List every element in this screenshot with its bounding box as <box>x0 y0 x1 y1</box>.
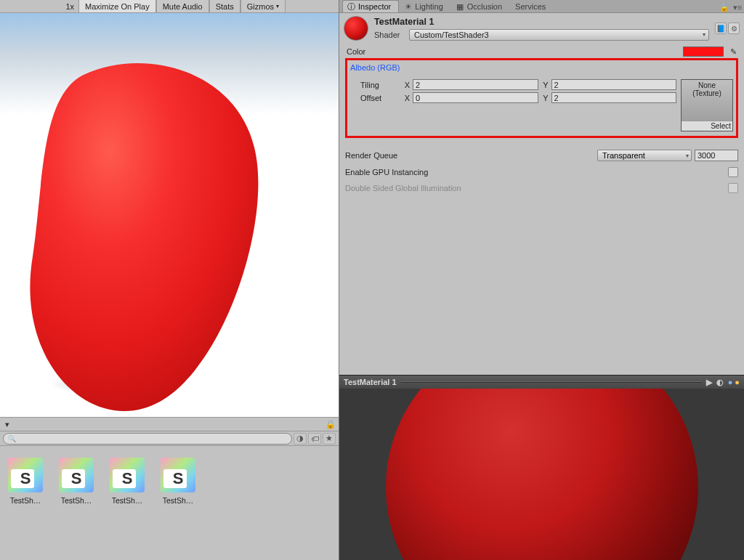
axis-x-label: X <box>403 94 410 102</box>
color-field[interactable] <box>683 46 724 57</box>
render-queue-label: Render Queue <box>345 151 505 160</box>
dsgi-checkbox <box>728 183 738 193</box>
search-icon: 🔍 <box>8 435 16 442</box>
project-toolbar: ▾ 🔒 <box>0 417 339 431</box>
tab-inspector-label: Inspector <box>358 2 391 11</box>
project-assets-grid: STestSh…STestSh…STestSh…STestSh… <box>0 446 339 560</box>
asset-label: TestSh… <box>57 496 96 505</box>
color-label: Color <box>347 47 679 56</box>
gear-icon[interactable]: ⚙ <box>728 23 740 34</box>
preview-shape-button[interactable]: ▶ <box>706 378 712 387</box>
asset-label: TestSh… <box>158 496 198 505</box>
shader-asset-icon: S <box>59 458 94 492</box>
preview-color-button[interactable]: ● <box>728 378 733 386</box>
project-search-input[interactable]: 🔍 <box>3 433 292 445</box>
favorite-filter-icon[interactable]: ★ <box>323 433 336 445</box>
tiling-x-input[interactable] <box>413 79 538 90</box>
tab-inspector[interactable]: ⓘ Inspector <box>342 0 399 12</box>
scene-toolbar: 1x Maximize On Play Mute Audio Stats Giz… <box>0 0 339 13</box>
filter-by-type-icon[interactable]: ◑ <box>294 433 307 445</box>
tiling-y-input[interactable] <box>551 79 677 90</box>
asset-item[interactable]: STestSh… <box>108 458 147 505</box>
preview-title: TestMaterial 1 <box>344 378 397 386</box>
tab-services[interactable]: Services <box>510 0 554 12</box>
axis-y-label: Y <box>541 94 549 102</box>
preview-header[interactable]: TestMaterial 1 ▶ ◐ ●● <box>339 376 744 389</box>
shader-label: Shader <box>374 31 406 39</box>
axis-x-label: X <box>403 81 410 89</box>
stats-button[interactable]: Stats <box>209 0 240 12</box>
material-name: TestMaterial 1 <box>374 17 709 27</box>
sun-icon: ☀ <box>404 3 412 11</box>
scene-mesh <box>22 53 272 413</box>
material-preview-pane: TestMaterial 1 ▶ ◐ ●● <box>339 375 744 560</box>
gpu-instancing-checkbox[interactable] <box>728 167 738 177</box>
tab-lighting[interactable]: ☀ Lighting <box>399 0 451 12</box>
axis-y-label: Y <box>541 81 549 89</box>
material-preview-swatch <box>344 16 368 41</box>
lock-icon[interactable]: 🔒 <box>326 420 336 429</box>
info-icon: ⓘ <box>347 3 355 11</box>
offset-x-input[interactable] <box>413 92 538 103</box>
preview-divider <box>401 381 702 383</box>
eyedropper-icon[interactable]: ✎ <box>728 46 738 57</box>
tab-occlusion-label: Occlusion <box>467 2 502 11</box>
preview-light-button[interactable]: ◐ <box>716 378 724 387</box>
gizmos-label: Gizmos <box>247 2 274 11</box>
texture-select-button[interactable]: Select <box>682 121 732 131</box>
asset-item[interactable]: STestSh… <box>158 458 198 505</box>
texture-none-label: None(Texture) <box>692 81 721 97</box>
dropdown-arrow-icon: ▾ <box>276 3 279 9</box>
albedo-texture-slot[interactable]: None(Texture) Select <box>681 79 733 131</box>
shader-asset-icon: S <box>161 458 195 492</box>
scene-view[interactable] <box>0 13 339 417</box>
albedo-section: Albedo (RGB) Tiling X Y Offset X Y <box>345 58 738 138</box>
offset-y-input[interactable] <box>551 92 677 103</box>
tab-context-menu-icon[interactable]: ▾≡ <box>731 3 744 12</box>
inspector-header: TestMaterial 1 Shader Custom/TestShader3… <box>339 13 744 44</box>
dropdown-indicator-icon[interactable]: ▾ <box>3 420 12 429</box>
filter-by-label-icon[interactable]: 🏷 <box>308 433 321 445</box>
cube-icon: ▦ <box>456 3 464 11</box>
tab-occlusion[interactable]: ▦ Occlusion <box>451 0 510 12</box>
asset-item[interactable]: STestSh… <box>6 458 45 505</box>
preview-viewport[interactable] <box>339 389 744 560</box>
gizmos-button[interactable]: Gizmos ▾ <box>240 0 286 12</box>
preview-color2-button[interactable]: ● <box>735 378 740 386</box>
maximize-on-play-button[interactable]: Maximize On Play <box>78 0 156 12</box>
project-search-row: 🔍 ◑ 🏷 ★ <box>0 431 339 446</box>
tiling-label: Tiling <box>360 81 400 89</box>
inspector-lock-icon[interactable]: 🔒 <box>718 3 731 12</box>
mute-audio-button[interactable]: Mute Audio <box>156 0 209 12</box>
inspector-properties: Color ✎ Albedo (RGB) Tiling X Y Offset <box>339 44 744 193</box>
shader-asset-icon: S <box>110 458 145 492</box>
render-queue-dropdown[interactable]: Transparent <box>597 150 692 161</box>
preview-sphere <box>386 389 698 560</box>
asset-label: TestSh… <box>6 496 45 505</box>
dsgi-label: Double Sided Global Illumination <box>345 184 725 192</box>
left-pane: 1x Maximize On Play Mute Audio Stats Giz… <box>0 0 339 560</box>
zoom-label: 1x <box>57 0 78 12</box>
gpu-instancing-label: Enable GPU Instancing <box>345 168 725 176</box>
help-icon[interactable]: 📘 <box>715 23 727 34</box>
offset-label: Offset <box>360 94 400 102</box>
tab-services-label: Services <box>515 2 546 11</box>
tab-lighting-label: Lighting <box>415 2 443 11</box>
shader-dropdown[interactable]: Custom/TestShader3 <box>409 29 709 41</box>
shader-asset-icon: S <box>8 458 43 492</box>
inspector-pane: ⓘ Inspector ☀ Lighting ▦ Occlusion Servi… <box>339 0 744 560</box>
albedo-title: Albedo (RGB) <box>350 63 733 72</box>
asset-label: TestSh… <box>108 496 147 505</box>
asset-item[interactable]: STestSh… <box>57 458 96 505</box>
tab-strip: ⓘ Inspector ☀ Lighting ▦ Occlusion Servi… <box>339 0 744 13</box>
render-queue-value-input[interactable] <box>695 150 738 161</box>
